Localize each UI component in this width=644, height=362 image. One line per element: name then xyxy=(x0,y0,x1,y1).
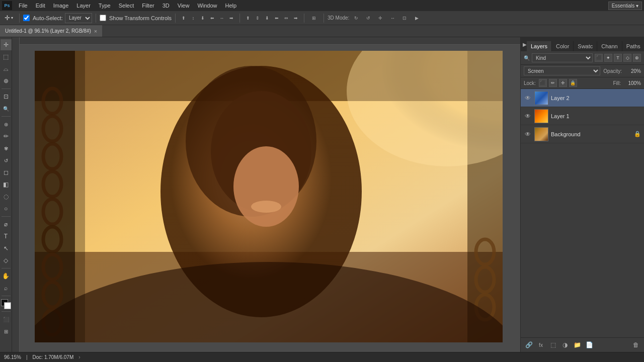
filter-type-icon[interactable]: T xyxy=(614,54,622,62)
lock-position-icon[interactable]: ✏ xyxy=(549,79,557,87)
separator-2 xyxy=(96,14,96,23)
add-style-btn[interactable]: fx xyxy=(536,340,546,350)
3d-roll-btn[interactable]: ↺ xyxy=(363,14,373,23)
color-swatch[interactable] xyxy=(1,299,11,309)
screen-mode-tool[interactable]: ⊞ xyxy=(1,326,12,337)
dist-horiz-center[interactable]: ⇔ xyxy=(282,14,291,23)
menu-layer[interactable]: Layer xyxy=(73,2,94,10)
move-tool-options[interactable]: ✛ ▾ xyxy=(2,13,16,23)
3d-video-btn[interactable]: ▶ xyxy=(412,14,422,23)
align-right[interactable]: ➡ xyxy=(227,14,236,23)
lock-pixels-icon[interactable]: ⬛ xyxy=(539,79,547,87)
auto-select-type[interactable]: Layer xyxy=(65,13,92,23)
hand-tool[interactable]: ✋ xyxy=(1,270,12,282)
quick-mask-tool[interactable]: ⬛ xyxy=(1,314,12,325)
3d-slide-btn[interactable]: ↔ xyxy=(387,14,397,23)
link-layers-btn[interactable]: 🔗 xyxy=(524,340,534,350)
menu-view[interactable]: View xyxy=(174,2,193,10)
lasso-tool[interactable]: ⌓ xyxy=(1,63,12,74)
new-group-btn[interactable]: 📁 xyxy=(572,340,582,350)
dist-vert-center[interactable]: ⇕ xyxy=(253,14,262,23)
new-layer-btn[interactable]: 📄 xyxy=(584,340,594,350)
tab-title: Untitled-1 @ 96.1% (Layer 2, RGB/8#) xyxy=(5,28,91,34)
layer-item-background[interactable]: 👁 Background 🔒 xyxy=(521,125,644,143)
tab-channels[interactable]: Chann xyxy=(597,41,622,51)
menu-window[interactable]: Window xyxy=(194,2,220,10)
zoom-level: 96.15% xyxy=(4,354,21,360)
clone-tool[interactable]: ✾ xyxy=(1,143,12,154)
essentials-button[interactable]: Essentials ▾ xyxy=(608,2,642,10)
blend-mode-select[interactable]: Screen xyxy=(524,66,600,75)
background-color[interactable] xyxy=(4,302,11,309)
align-left[interactable]: ⬅ xyxy=(208,14,217,23)
right-panel: ▶ Layers Color Swatc Chann Paths ≡ 🔍 Kin… xyxy=(520,37,644,352)
new-adjustment-btn[interactable]: ◑ xyxy=(560,340,570,350)
spot-heal-tool[interactable]: ⊛ xyxy=(1,119,12,130)
menu-edit[interactable]: Edit xyxy=(32,2,49,10)
layer-2-visibility[interactable]: 👁 xyxy=(524,94,532,102)
shape-tool[interactable]: ◇ xyxy=(1,255,12,266)
3d-scale-btn[interactable]: ⊡ xyxy=(399,14,410,23)
tab-layers[interactable]: Layers xyxy=(527,41,552,51)
gradient-tool[interactable]: ◧ xyxy=(1,179,12,190)
tab-color[interactable]: Color xyxy=(552,41,574,51)
menu-filter[interactable]: Filter xyxy=(138,2,157,10)
delete-layer-btn[interactable]: 🗑 xyxy=(631,340,641,350)
filter-pixel-icon[interactable]: ⬛ xyxy=(595,54,603,62)
dist-right[interactable]: ➡ xyxy=(291,14,300,23)
zoom-tool[interactable]: ⌕ xyxy=(1,283,12,294)
align-horiz-center[interactable]: ↔ xyxy=(217,14,226,23)
status-expand-arrow[interactable]: › xyxy=(78,354,80,360)
align-top[interactable]: ⬆ xyxy=(179,14,188,23)
brush-tool[interactable]: ✏ xyxy=(1,131,12,142)
menu-file[interactable]: File xyxy=(15,2,31,10)
dist-top[interactable]: ⬆ xyxy=(244,14,253,23)
tab-swatches[interactable]: Swatc xyxy=(574,41,597,51)
dodge-tool[interactable]: ○ xyxy=(1,203,12,214)
menu-3d[interactable]: 3D xyxy=(159,2,173,10)
arrange-btn[interactable]: ⊞ xyxy=(308,14,320,23)
menu-image[interactable]: Image xyxy=(50,2,72,10)
layer-item-2[interactable]: 👁 Layer 2 xyxy=(521,89,644,107)
text-tool[interactable]: T xyxy=(1,231,12,242)
layer-1-visibility[interactable]: 👁 xyxy=(524,112,532,120)
canvas-image[interactable] xyxy=(35,51,503,342)
lock-label: Lock: xyxy=(524,80,536,86)
dist-left[interactable]: ⬅ xyxy=(272,14,281,23)
path-select-tool[interactable]: ↖ xyxy=(1,243,12,254)
marquee-tool[interactable]: ⬚ xyxy=(1,51,12,62)
menu-type[interactable]: Type xyxy=(95,2,114,10)
lock-all-icon[interactable]: 🔒 xyxy=(569,79,577,87)
blur-tool[interactable]: ◌ xyxy=(1,191,12,202)
canvas-area[interactable] xyxy=(12,37,520,352)
tab-paths[interactable]: Paths xyxy=(622,41,644,51)
menu-select[interactable]: Select xyxy=(115,2,138,10)
filter-adjust-icon[interactable]: ✦ xyxy=(604,54,612,62)
filter-kind-select[interactable]: Kind xyxy=(532,53,593,62)
background-lock-icon: 🔒 xyxy=(634,131,641,137)
filter-shape-icon[interactable]: ◇ xyxy=(623,54,631,62)
document-tab[interactable]: Untitled-1 @ 96.1% (Layer 2, RGB/8#) × xyxy=(0,25,102,37)
eyedropper-tool[interactable]: 🔍 xyxy=(1,103,12,114)
background-visibility[interactable]: 👁 xyxy=(524,130,532,138)
tab-close-button[interactable]: × xyxy=(94,28,97,34)
align-bottom[interactable]: ⬇ xyxy=(198,14,207,23)
auto-select-checkbox[interactable] xyxy=(23,15,30,21)
3d-pan-btn[interactable]: ✛ xyxy=(375,14,385,23)
lock-artboard-icon[interactable]: ✛ xyxy=(559,79,567,87)
align-vert-center[interactable]: ↕ xyxy=(189,14,198,23)
history-tool[interactable]: ↺ xyxy=(1,155,12,166)
pen-tool[interactable]: ⌀ xyxy=(1,219,12,230)
panel-play-button[interactable]: ▶ xyxy=(523,40,527,49)
show-transform-checkbox[interactable] xyxy=(100,15,106,21)
add-mask-btn[interactable]: ⬚ xyxy=(548,340,558,350)
filter-smart-icon[interactable]: ⊕ xyxy=(633,54,641,62)
crop-tool[interactable]: ⊡ xyxy=(1,91,12,102)
3d-rotate-btn[interactable]: ↻ xyxy=(351,14,361,23)
eraser-tool[interactable]: ◻ xyxy=(1,167,12,178)
layer-item-1[interactable]: 👁 Layer 1 xyxy=(521,107,644,125)
move-tool[interactable]: ✛ xyxy=(1,39,12,50)
menu-help[interactable]: Help xyxy=(222,2,240,10)
dist-bottom[interactable]: ⬇ xyxy=(263,14,272,23)
quick-select-tool[interactable]: ⊕ xyxy=(1,75,12,86)
